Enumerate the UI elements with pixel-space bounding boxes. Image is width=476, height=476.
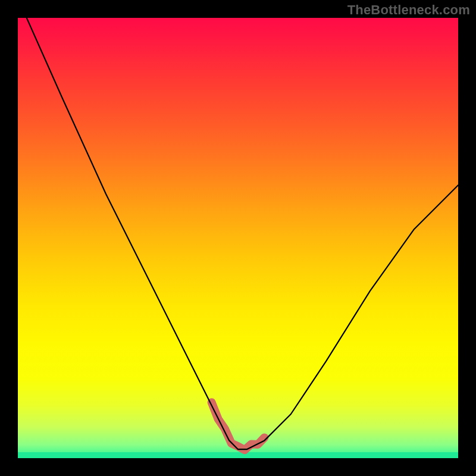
- optimal-range-marker: [212, 402, 265, 450]
- plot-area: [18, 18, 458, 458]
- curve-layer: [18, 18, 458, 458]
- watermark-text: TheBottleneck.com: [347, 2, 470, 18]
- bottleneck-curve: [27, 18, 458, 449]
- chart-frame: TheBottleneck.com: [0, 0, 476, 476]
